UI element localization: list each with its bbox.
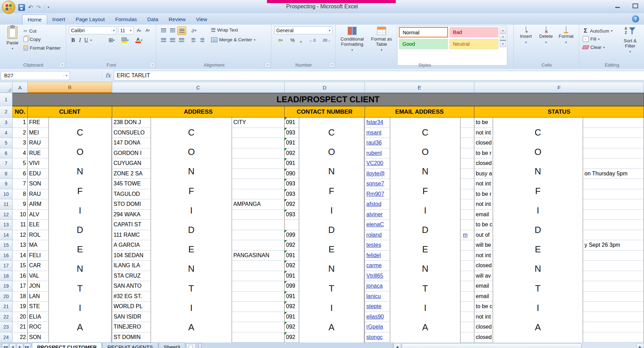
column-header-F[interactable]: F [474, 82, 644, 93]
align-left-button[interactable] [159, 36, 168, 44]
format-as-table-button[interactable]: Format as Table ▾ [367, 27, 396, 52]
insert-worksheet-icon[interactable] [187, 343, 196, 348]
cell-A7[interactable]: 5 [12, 158, 28, 169]
row-header-5[interactable]: 5 [0, 138, 12, 148]
cell-A22[interactable]: 20 [12, 312, 28, 322]
email-link[interactable]: lanicu [366, 293, 381, 299]
insert-function-button[interactable]: fx [102, 71, 114, 80]
bottom-align-button[interactable] [177, 26, 186, 35]
tab-home[interactable]: Home [22, 15, 47, 25]
fill-button[interactable]: ↓ Fill ▾ [581, 35, 601, 43]
formula-input[interactable]: ERIC TARLIT [114, 71, 644, 80]
underline-button[interactable]: U [83, 36, 89, 44]
save-icon[interactable] [18, 4, 25, 11]
tab-split-handle[interactable] [198, 343, 202, 348]
accounting-format-button[interactable]: ¤▾ [274, 36, 287, 44]
style-normal[interactable]: Normal [399, 27, 448, 37]
row-header-12[interactable]: 12 [0, 210, 12, 220]
column-header-A[interactable]: A [12, 82, 28, 93]
styles-more-icon[interactable]: ▾ [500, 40, 506, 47]
number-format-select[interactable]: General ▾ [274, 26, 332, 34]
email-link[interactable]: testes [366, 242, 381, 248]
column-header-B[interactable]: B [28, 82, 112, 93]
header-cell-address[interactable]: ADDRESS [112, 106, 285, 118]
cut-button[interactable]: ✂ Cut [22, 27, 38, 34]
row-header-16[interactable]: 16 [0, 251, 12, 261]
scrollbar-thumb[interactable] [402, 343, 582, 348]
style-neutral[interactable]: Neutral [449, 39, 499, 49]
row-header-14[interactable]: 14 [0, 230, 12, 241]
cell-A14[interactable]: 12 [12, 230, 28, 241]
alignment-dialog-launcher-icon[interactable]: ↘ [265, 62, 270, 67]
scroll-left-icon[interactable]: ◀ [393, 343, 401, 348]
row-header-13[interactable]: 13 [0, 220, 12, 230]
style-good[interactable]: Good [399, 39, 448, 49]
maximize-restore-button[interactable] [632, 2, 639, 9]
shrink-font-button[interactable]: A▾ [144, 26, 152, 34]
next-sheet-icon[interactable]: ▶ [17, 343, 23, 348]
scrollbar-track[interactable] [401, 343, 636, 348]
cell-A16[interactable]: 14 [12, 251, 28, 261]
email-link[interactable]: rubenl [366, 150, 382, 156]
email-link[interactable]: afstod [366, 201, 382, 207]
row-header-22[interactable]: 22 [0, 312, 12, 322]
cell-A5[interactable]: 3 [12, 138, 28, 148]
bold-button[interactable]: B [70, 36, 77, 44]
row-header-4[interactable]: 4 [0, 128, 12, 138]
row-header-24[interactable]: 24 [0, 332, 12, 343]
row-header-3[interactable]: 3 [0, 118, 12, 128]
clear-button[interactable]: Clear ▾ [581, 44, 606, 51]
align-center-button[interactable] [168, 36, 177, 44]
cell-A11[interactable]: 9 [12, 199, 28, 210]
name-box[interactable]: B27 ▾ [1, 71, 70, 80]
email-link[interactable]: alviner [366, 211, 383, 218]
row-header-18[interactable]: 18 [0, 271, 12, 281]
tab-insert[interactable]: Insert [47, 15, 71, 25]
sheet-title-cell[interactable]: LEAD/PROSPECT CLIENT [12, 93, 644, 106]
style-bad[interactable]: Bad [449, 27, 499, 37]
copy-button[interactable]: Copy [22, 36, 42, 43]
column-header-D[interactable]: D [285, 82, 365, 93]
font-dialog-launcher-icon[interactable]: ↘ [150, 62, 155, 67]
orientation-button[interactable]: ab▾ [189, 26, 198, 34]
email-link[interactable]: Vtrill65 [366, 273, 383, 279]
percent-style-button[interactable]: % [289, 36, 296, 44]
merge-center-button[interactable]: ↔ Merge & Center ▾ [210, 36, 257, 43]
tab-data[interactable]: Data [142, 15, 163, 25]
sheet-tab-recruit-agents[interactable]: RECRUIT AGENTS [102, 342, 158, 348]
first-sheet-icon[interactable]: ◀◀ [2, 343, 9, 348]
name-box-dropdown-icon[interactable]: ▾ [63, 74, 70, 77]
clipboard-dialog-launcher-icon[interactable]: ↘ [60, 62, 65, 67]
increase-decimal-button[interactable]: ←.0 [306, 36, 319, 44]
font-family-select[interactable]: Calibri ▾ [69, 26, 117, 34]
undo-icon[interactable]: ↶ [28, 5, 33, 10]
email-link[interactable]: sonse7 [366, 181, 384, 187]
email-link[interactable]: felidel [366, 252, 381, 259]
conditional-formatting-button[interactable]: Conditional Formatting ▾ [338, 27, 367, 52]
cell-A3[interactable]: 1 [12, 118, 28, 128]
insert-cells-button[interactable]: + Insert ▾ [517, 27, 535, 44]
cell-A18[interactable]: 16 [12, 271, 28, 281]
align-right-button[interactable] [177, 36, 186, 44]
decrease-indent-button[interactable] [189, 36, 197, 44]
cell-A21[interactable]: 19 [12, 302, 28, 312]
row-header-7[interactable]: 7 [0, 158, 12, 169]
cell-A13[interactable]: 11 [12, 220, 28, 230]
row-header-9[interactable]: 9 [0, 179, 12, 189]
row-header-15[interactable]: 15 [0, 240, 12, 251]
row-header-23[interactable]: 23 [0, 322, 12, 332]
decrease-decimal-button[interactable]: .00→ [320, 36, 333, 44]
email-link[interactable]: fstar34 [366, 119, 383, 125]
cell-A23[interactable]: 21 [12, 322, 28, 332]
borders-button[interactable]: ⊞▾ [106, 36, 117, 44]
email-link[interactable]: stongc [366, 334, 383, 340]
sort-filter-button[interactable]: AZ Sort & Filter ▾ [617, 26, 643, 53]
column-header-E[interactable]: E [365, 82, 474, 93]
cell-A24[interactable]: 22 [12, 332, 28, 343]
row-header-17[interactable]: 17 [0, 261, 12, 271]
row-header-20[interactable]: 20 [0, 292, 12, 302]
tab-review[interactable]: Review [163, 15, 191, 25]
row-header-8[interactable]: 8 [0, 169, 12, 179]
format-cells-button[interactable]: ▬ Format ▾ [557, 27, 575, 44]
paste-button[interactable]: Paste ▾ [3, 26, 21, 50]
